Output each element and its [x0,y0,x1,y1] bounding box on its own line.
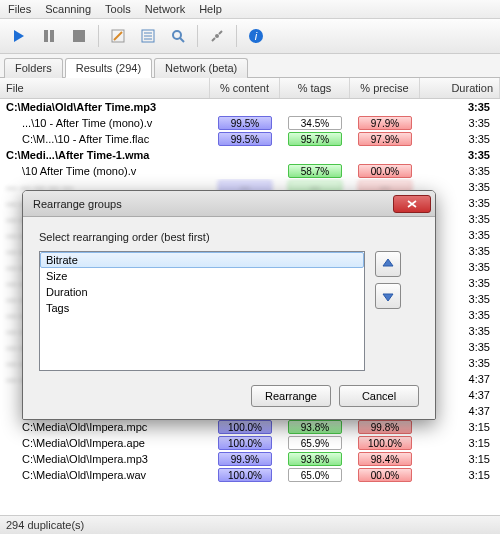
tab-network[interactable]: Network (beta) [154,58,248,78]
search-icon[interactable] [165,23,191,49]
pause-button[interactable] [36,23,62,49]
svg-point-8 [173,31,181,39]
list-item[interactable]: Duration [40,284,364,300]
list-item[interactable]: Tags [40,300,364,316]
toolbar-separator [236,25,237,47]
cancel-button[interactable]: Cancel [339,385,419,407]
move-up-button[interactable] [375,251,401,277]
move-down-button[interactable] [375,283,401,309]
dialog-label: Select rearranging order (best first) [39,231,419,243]
tab-results[interactable]: Results (294) [65,58,152,78]
col-precise[interactable]: % precise [350,78,420,98]
table-row[interactable]: C:\Media\Old\Impera.mp399.9%93.8%98.4%3:… [0,451,500,467]
col-tags[interactable]: % tags [280,78,350,98]
svg-line-9 [180,38,184,42]
close-button[interactable] [393,195,431,213]
menu-help[interactable]: Help [199,3,222,15]
column-headers: File % content % tags % precise Duration [0,78,500,99]
dialog-title: Rearrange groups [33,198,393,210]
toolbar-separator [98,25,99,47]
list-item[interactable]: Size [40,268,364,284]
svg-point-10 [215,34,219,38]
dialog-titlebar[interactable]: Rearrange groups [23,191,435,217]
menu-tools[interactable]: Tools [105,3,131,15]
rearrange-button[interactable]: Rearrange [251,385,331,407]
svg-rect-0 [44,30,48,42]
menu-files[interactable]: Files [8,3,31,15]
col-content[interactable]: % content [210,78,280,98]
tab-folders[interactable]: Folders [4,58,63,78]
list-item[interactable]: Bitrate [40,252,364,268]
svg-rect-2 [73,30,85,42]
table-row[interactable]: \10 After Time (mono).v58.7%00.0%3:35 [0,163,500,179]
list-icon[interactable] [135,23,161,49]
stop-button[interactable] [66,23,92,49]
edit-icon[interactable] [105,23,131,49]
menu-scanning[interactable]: Scanning [45,3,91,15]
table-row[interactable]: C:\Media\Old\Impera.ape100.0%65.9%100.0%… [0,435,500,451]
settings-icon[interactable] [204,23,230,49]
status-bar: 294 duplicate(s) [0,515,500,534]
group-row[interactable]: C:\Media\Old\After Time.mp33:35 [0,99,500,115]
menu-bar: Files Scanning Tools Network Help [0,0,500,19]
table-row[interactable]: C:\M...\10 - After Time.flac99.5%95.7%97… [0,131,500,147]
info-icon[interactable]: i [243,23,269,49]
col-file[interactable]: File [0,78,210,98]
toolbar: i [0,19,500,54]
toolbar-separator [197,25,198,47]
order-listbox[interactable]: Bitrate Size Duration Tags [39,251,365,371]
play-button[interactable] [6,23,32,49]
menu-network[interactable]: Network [145,3,185,15]
table-row[interactable]: C:\Media\Old\Impera.wav100.0%65.0%00.0%3… [0,467,500,483]
svg-rect-1 [50,30,54,42]
tab-bar: Folders Results (294) Network (beta) [0,54,500,78]
col-duration[interactable]: Duration [420,78,500,98]
table-row[interactable]: C:\Media\Old\Impera.mpc100.0%93.8%99.8%3… [0,419,500,435]
group-row[interactable]: C:\Medi...\After Time-1.wma3:35 [0,147,500,163]
table-row[interactable]: ...\10 - After Time (mono).v99.5%34.5%97… [0,115,500,131]
rearrange-dialog: Rearrange groups Select rearranging orde… [22,190,436,420]
